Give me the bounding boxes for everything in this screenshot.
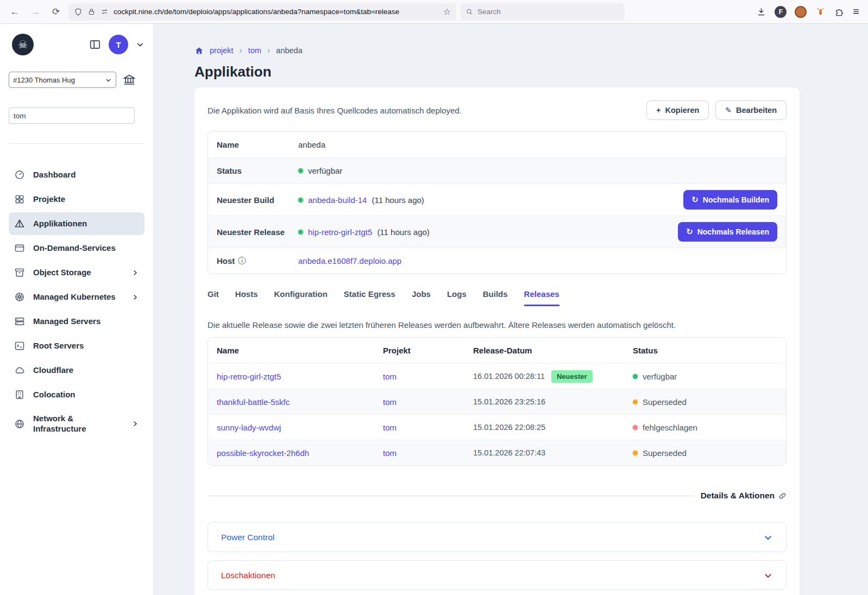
sidebar-item-colocation[interactable]: Colocation [9,383,144,406]
build-age: (11 hours ago) [372,195,424,205]
pencil-icon: ✎ [725,106,732,115]
shield-icon [74,8,83,16]
release-project-link[interactable]: tom [383,423,473,432]
download-icon[interactable] [756,7,766,17]
status-dot-green [298,168,303,173]
extensions-puzzle-icon[interactable] [834,7,845,17]
tab-builds[interactable]: Builds [483,289,508,306]
sidebar-item-dashboard[interactable]: Dashboard [9,163,144,186]
account-select[interactable]: #1230 Thomas Hug [9,72,116,88]
sidebar-item-managed-kubernetes[interactable]: Managed Kubernetes [9,286,144,308]
host-link[interactable]: anbeda.e1608f7.deploio.app [298,256,401,265]
breadcrumb-current: anbeda [276,46,302,55]
tab-releases[interactable]: Releases [524,289,559,306]
release-name-link[interactable]: hip-retro-girl-ztgt5 [217,372,383,381]
page-title: Applikation [194,64,800,80]
namespace-filter-input[interactable] [9,107,135,124]
latest-release-link[interactable]: hip-retro-girl-ztgt5 [308,227,372,237]
breadcrumb-link-projekt[interactable]: projekt [210,46,234,55]
url-text[interactable]: cockpit.nine.ch/de/tom/deploio/apps/appl… [114,8,438,16]
sidebar-item-root-servers[interactable]: Root Servers [9,334,144,357]
organization-bank-icon[interactable] [123,73,136,86]
status-dot-green [298,230,303,235]
main-area: projekt › tom › anbeda Applikation Die A… [154,24,868,595]
release-project-link[interactable]: tom [383,397,473,407]
tab-bar: Git Hosts Konfiguration Static Egress Jo… [207,289,787,306]
release-project-link[interactable]: tom [383,448,473,458]
release-project-link[interactable]: tom [383,372,473,381]
tab-konfiguration[interactable]: Konfiguration [274,289,328,306]
search-input[interactable] [477,8,619,16]
release-date: 16.01.2026 00:28:11 [473,372,545,381]
release-name-link[interactable]: sunny-lady-wvdwj [217,423,383,432]
edit-button[interactable]: ✎ Bearbeiten [715,100,787,120]
firefox-account-icon[interactable]: F [775,6,787,18]
chevron-down-icon[interactable] [763,571,773,580]
chevron-down-icon[interactable] [763,533,773,542]
reload-button[interactable]: ⟳ [48,4,64,20]
sidebar-item-object-storage[interactable]: Object Storage [9,261,144,284]
release-date: 15.01.2026 22:08:25 [473,423,545,432]
release-date: 15.01.2026 22:07:43 [473,448,545,457]
tab-static-egress[interactable]: Static Egress [344,289,395,306]
tab-hosts[interactable]: Hosts [235,289,258,306]
bookmark-star-icon[interactable]: ☆ [443,7,451,17]
search-bar[interactable] [461,3,625,21]
home-icon[interactable] [194,46,204,55]
address-bar[interactable]: cockpit.nine.ch/de/tom/deploio/apps/appl… [68,3,456,21]
breadcrumb-link-tom[interactable]: tom [248,46,261,55]
divider [207,496,693,496]
release-age: (11 hours ago) [377,227,429,237]
sidebar-item-cloudflare[interactable]: Cloudflare [9,359,144,382]
chevron-right-icon [131,269,139,277]
switch-container-icon [100,8,109,16]
status-dot-orange [633,400,638,404]
browser-toolbar: ← → ⟳ cockpit.nine.ch/de/tom/deploio/app… [0,0,868,24]
info-icon[interactable]: ⓘ [238,256,246,266]
latest-build-link[interactable]: anbeda-build-14 [308,195,367,205]
sidebar-item-managed-servers[interactable]: Managed Servers [9,310,144,333]
release-status: Superseded [643,397,687,407]
forward-button[interactable]: → [27,4,43,20]
menu-hamburger-icon[interactable]: ≡ [853,5,859,18]
object-storage-archive-icon [14,267,25,278]
table-row: thankful-battle-5skfc tom 15.01.2026 23:… [208,389,786,414]
metamask-extension-icon[interactable] [815,6,826,17]
applications-prism-icon [14,218,25,229]
sidebar-item-network-infrastructure[interactable]: Network & Infrastructure [9,408,144,440]
release-name-link[interactable]: thankful-battle-5skfc [217,397,383,407]
application-card: Die Applikation wird auf Basis Ihres Que… [194,87,800,595]
back-button[interactable]: ← [7,4,23,20]
sidebar-item-projekte[interactable]: Projekte [9,188,144,211]
status-dot-green [298,198,303,202]
sidebar-item-applikationen[interactable]: Applikationen [9,212,144,235]
tab-git[interactable]: Git [207,289,219,306]
chevron-down-icon[interactable] [136,40,144,49]
building-icon [14,389,25,400]
power-control-panel[interactable]: Power Control [207,522,787,552]
plus-icon: + [656,106,661,115]
info-row-status: Status verfügbar [208,157,786,183]
search-icon [466,8,473,16]
delete-actions-panel[interactable]: Löschaktionen [207,560,787,590]
sidebar-nav: Dashboard Projekte Applikationen On-Dema… [9,163,144,440]
status-dot-green [633,374,638,379]
releases-table-header: Name Projekt Release-Datum Status [208,338,786,363]
release-name-link[interactable]: possible-skyrocket-2h6dh [217,448,383,458]
table-row: hip-retro-girl-ztgt5 tom 16.01.2026 00:2… [208,363,786,389]
tab-jobs[interactable]: Jobs [412,289,431,306]
breadcrumb-separator: › [267,46,270,55]
sidebar-toggle-icon[interactable] [89,39,101,50]
status-dot-red [633,425,638,430]
release-status: fehlgeschlagen [643,423,697,432]
details-actions-label[interactable]: Details & Aktionen [701,491,787,501]
profile-icon[interactable] [795,6,807,18]
rebuild-button[interactable]: ↻ Nochmals Builden [683,190,777,210]
sidebar-item-on-demand-services[interactable]: On-Demand-Services [9,237,144,259]
rerelease-button[interactable]: ↻ Nochmals Releasen [678,222,777,242]
copy-button[interactable]: + Kopieren [646,100,709,120]
user-avatar[interactable]: ☠ [12,34,34,55]
tab-logs[interactable]: Logs [447,289,467,306]
releases-description: Die aktuelle Release sowie die zwei letz… [207,320,787,330]
tenant-avatar[interactable]: T [109,35,128,54]
